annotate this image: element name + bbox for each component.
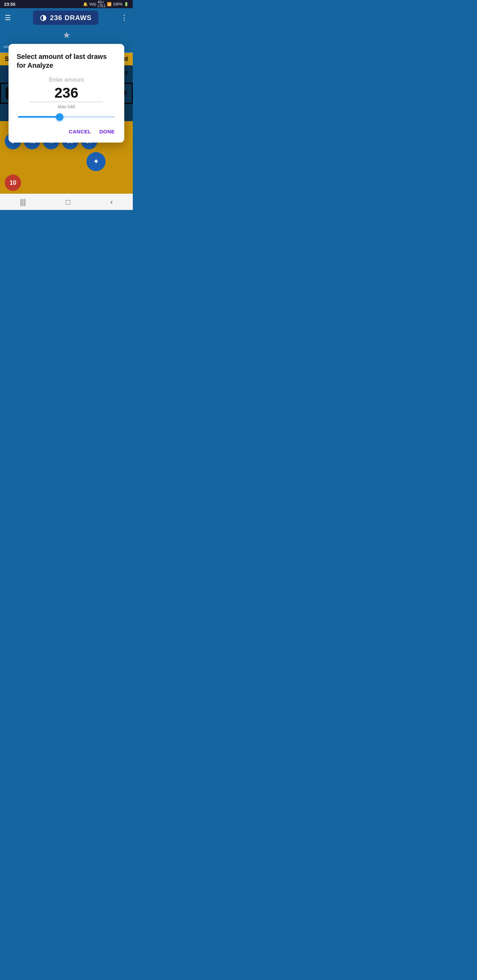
bottom-nav: ||| □ ‹ [0, 194, 133, 210]
status-bar: 23:55 🔔 Vol)) 4G+LTE1 📶 100% 🔋 [0, 0, 133, 8]
slider-thumb[interactable] [56, 113, 63, 121]
slider-track [18, 116, 115, 118]
network-icon: 4G+LTE1 [98, 0, 105, 8]
star-icon[interactable]: ★ [63, 30, 70, 40]
home-button[interactable]: □ [66, 198, 70, 207]
draws-title: 236 DRAWS [50, 14, 92, 22]
bg-content: 15-120 16% 37 Select amount of last draw… [0, 65, 133, 121]
max-label: Max 548 [17, 104, 116, 109]
modal-overlay: Select amount of last draws for Analyze … [0, 65, 133, 121]
done-button[interactable]: DONE [98, 126, 116, 137]
alarm-icon: 🔔 [83, 2, 88, 6]
back-button[interactable]: ‹ [110, 198, 113, 207]
top-bar: ☰ ◑ 236 DRAWS ⋮ [0, 8, 133, 27]
hamburger-icon[interactable]: ☰ [5, 14, 11, 22]
battery-icon: 🔋 [124, 2, 129, 6]
app-title: ◑ 236 DRAWS [33, 11, 98, 25]
special-ball: 10 [5, 175, 21, 191]
slider-wrap[interactable] [17, 116, 116, 118]
signal-text: Vol)) [89, 2, 96, 6]
more-options-icon[interactable]: ⋮ [121, 13, 128, 22]
input-label: Enter amount [17, 76, 116, 83]
dialog: Select amount of last draws for Analyze … [8, 44, 124, 143]
magic-button[interactable]: ✦ [86, 152, 105, 171]
camera-icon: ◑ [40, 13, 47, 22]
dialog-title: Select amount of last draws for Analyze [17, 52, 116, 70]
cancel-button[interactable]: CANCEL [67, 126, 93, 137]
status-icons: 🔔 Vol)) 4G+LTE1 📶 100% 🔋 [83, 0, 129, 8]
amount-value: 236 [17, 85, 116, 101]
status-time: 23:55 [4, 2, 15, 7]
battery-text: 100% [113, 2, 123, 6]
recents-button[interactable]: ||| [20, 198, 26, 207]
wand-icon: ✦ [93, 157, 99, 166]
signal-bars-icon: 📶 [107, 2, 112, 6]
slider-fill [18, 116, 60, 118]
star-row: ★ [0, 27, 133, 42]
dialog-actions: CANCEL DONE [17, 126, 116, 137]
underline [30, 102, 102, 102]
